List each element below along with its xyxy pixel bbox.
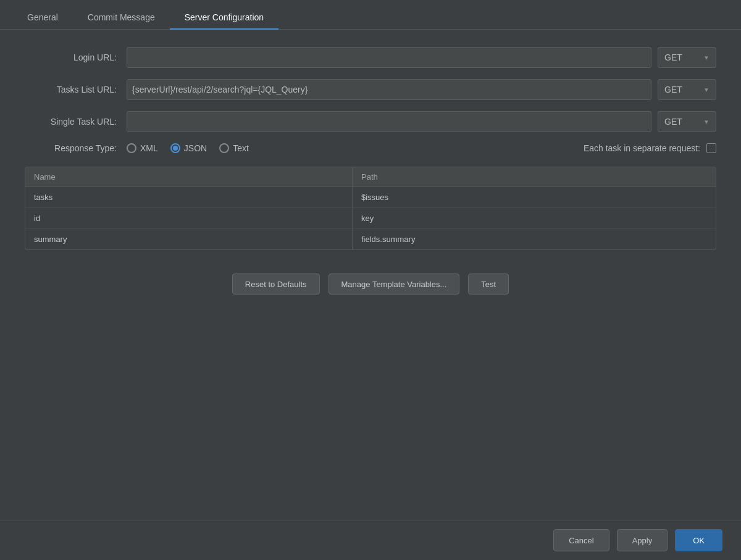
response-type-radio-group: XML JSON Text bbox=[127, 143, 249, 153]
apply-button[interactable]: Apply bbox=[617, 529, 668, 551]
separate-request-label: Each task in separate request: bbox=[584, 143, 700, 153]
tasks-list-url-method-label: GET bbox=[664, 85, 682, 94]
login-url-label: Login URL: bbox=[25, 52, 127, 62]
tasks-list-url-input[interactable] bbox=[127, 79, 651, 100]
test-button[interactable]: Test bbox=[468, 274, 509, 295]
radio-json[interactable]: JSON bbox=[170, 143, 207, 153]
response-type-label: Response Type: bbox=[25, 143, 127, 153]
radio-xml[interactable]: XML bbox=[127, 143, 158, 153]
table-header-name: Name bbox=[25, 167, 353, 186]
ok-button[interactable]: OK bbox=[675, 529, 722, 551]
reset-to-defaults-button[interactable]: Reset to Defaults bbox=[232, 274, 320, 295]
table-row[interactable]: id key bbox=[25, 208, 716, 229]
table-body: tasks $issues id key summary fields.summ… bbox=[25, 187, 716, 249]
tasks-list-url-dropdown-arrow: ▼ bbox=[703, 86, 710, 93]
separate-request-checkbox[interactable] bbox=[706, 143, 716, 153]
action-buttons-row: Reset to Defaults Manage Template Variab… bbox=[25, 274, 716, 295]
radio-xml-label: XML bbox=[140, 143, 158, 153]
table-cell-path-summary: fields.summary bbox=[353, 229, 716, 249]
radio-xml-circle bbox=[127, 143, 136, 153]
tasks-list-url-method-dropdown[interactable]: GET ▼ bbox=[658, 79, 716, 100]
table-cell-path-tasks: $issues bbox=[353, 187, 716, 207]
single-task-url-row: Single Task URL: GET ▼ bbox=[25, 111, 716, 132]
response-type-row: Response Type: XML JSON Text Each task i… bbox=[25, 143, 716, 153]
bottom-bar: Cancel Apply OK bbox=[0, 520, 741, 560]
single-task-url-method-label: GET bbox=[664, 117, 682, 127]
login-url-row: Login URL: GET ▼ bbox=[25, 47, 716, 68]
tabs-container: General Commit Message Server Configurat… bbox=[0, 6, 741, 30]
tasks-list-url-label: Tasks List URL: bbox=[25, 85, 127, 94]
table-row[interactable]: tasks $issues bbox=[25, 187, 716, 208]
table-cell-path-id: key bbox=[353, 208, 716, 228]
separate-request-container: Each task in separate request: bbox=[584, 143, 716, 153]
table-header: Name Path bbox=[25, 167, 716, 187]
tasks-list-url-row: Tasks List URL: GET ▼ bbox=[25, 79, 716, 100]
single-task-url-input[interactable] bbox=[127, 111, 651, 132]
login-url-method-label: GET bbox=[664, 52, 682, 62]
tab-server-configuration[interactable]: Server Configuration bbox=[170, 6, 278, 30]
manage-template-variables-button[interactable]: Manage Template Variables... bbox=[329, 274, 460, 295]
radio-text-label: Text bbox=[233, 143, 249, 153]
single-task-url-dropdown-arrow: ▼ bbox=[703, 119, 710, 125]
radio-text[interactable]: Text bbox=[219, 143, 249, 153]
mapping-table: Name Path tasks $issues id key summary f… bbox=[25, 167, 716, 250]
login-url-dropdown-arrow: ▼ bbox=[703, 54, 710, 61]
radio-json-circle bbox=[170, 143, 180, 153]
radio-text-circle bbox=[219, 143, 229, 153]
single-task-url-label: Single Task URL: bbox=[25, 117, 127, 127]
login-url-input[interactable] bbox=[127, 47, 651, 68]
table-cell-name-tasks: tasks bbox=[25, 187, 353, 207]
table-row[interactable]: summary fields.summary bbox=[25, 229, 716, 249]
login-url-method-dropdown[interactable]: GET ▼ bbox=[658, 47, 716, 68]
table-cell-name-summary: summary bbox=[25, 229, 353, 249]
tab-commit-message[interactable]: Commit Message bbox=[73, 6, 170, 30]
single-task-url-method-dropdown[interactable]: GET ▼ bbox=[658, 111, 716, 132]
tab-general[interactable]: General bbox=[12, 6, 73, 30]
table-header-path: Path bbox=[353, 167, 716, 186]
main-content: Login URL: GET ▼ Tasks List URL: GET ▼ S… bbox=[0, 30, 741, 520]
table-cell-name-id: id bbox=[25, 208, 353, 228]
radio-json-label: JSON bbox=[184, 143, 207, 153]
cancel-button[interactable]: Cancel bbox=[553, 529, 609, 551]
